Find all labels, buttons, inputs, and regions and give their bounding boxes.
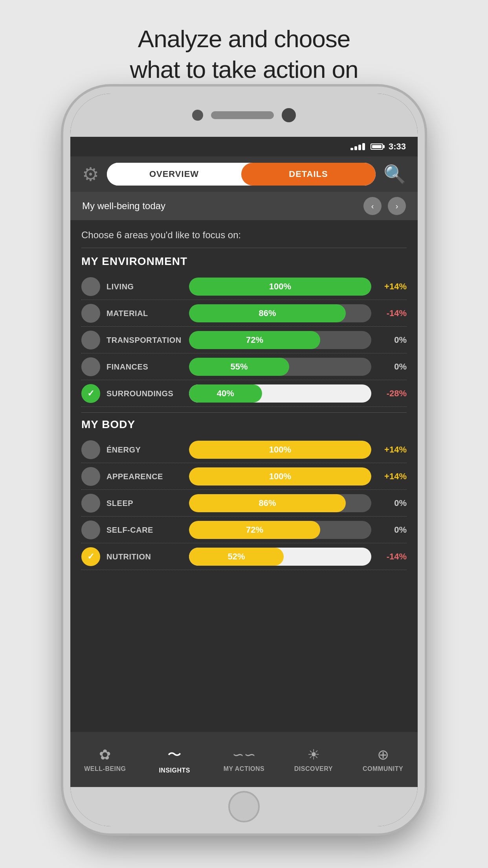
signal-bar-3 [358, 145, 361, 150]
change-value: 0% [375, 525, 407, 535]
nav-item-insights[interactable]: 〜INSIGHTS [140, 745, 209, 774]
divider-2 [81, 412, 407, 413]
battery-icon [371, 143, 383, 150]
row-label: APPEARENCE [106, 472, 185, 481]
nav-icon-2: ∽∽ [232, 747, 256, 763]
section1-title: MY ENVIRONMENT [81, 255, 407, 268]
sensor [282, 108, 296, 122]
circle-toggle[interactable]: ✓ [81, 547, 100, 566]
row-label: MATERIAL [106, 309, 185, 318]
bar-track: 55% [189, 358, 371, 376]
nav-item-community[interactable]: ⊕COMMUNITY [348, 747, 418, 772]
bar-pct-label: 52% [228, 552, 245, 562]
bar-pct-label: 86% [259, 498, 276, 508]
section2-rows: ÉNERGY100%+14%APPEARENCE100%+14%SLEEP86%… [81, 436, 407, 570]
circle-toggle[interactable] [81, 467, 100, 486]
row-item[interactable]: SLEEP86%0% [81, 490, 407, 517]
row-item[interactable]: FINANCES55%0% [81, 353, 407, 380]
view-toggle[interactable]: OVERVIEW DETAILS [107, 163, 376, 186]
wellbeing-bar: My well-being today ‹ › [70, 192, 418, 220]
speaker [211, 111, 274, 119]
signal-bar-1 [350, 148, 353, 150]
phone-screen: 3:33 ⚙ OVERVIEW DETAILS 🔍 My well-being … [70, 137, 418, 787]
nav-icon-4: ⊕ [377, 747, 389, 763]
row-label: SELF-CARE [106, 526, 185, 535]
circle-toggle[interactable] [81, 440, 100, 459]
settings-icon[interactable]: ⚙ [82, 163, 99, 185]
bar-fill: 72% [189, 521, 320, 539]
row-item[interactable]: TRANSPORTATION72%0% [81, 327, 407, 353]
nav-icon-1: 〜 [167, 745, 182, 765]
phone-top-bar [70, 94, 418, 137]
section2-title: MY BODY [81, 418, 407, 431]
bar-pct-label: 40% [217, 388, 234, 399]
row-label: ÉNERGY [106, 445, 185, 454]
row-label: LIVING [106, 282, 185, 291]
change-value: 0% [375, 362, 407, 372]
circle-toggle[interactable] [81, 357, 100, 376]
row-item[interactable]: ÉNERGY100%+14% [81, 436, 407, 463]
nav-label-3: DISCOVERY [294, 765, 333, 772]
bar-fill: 100% [189, 467, 371, 485]
change-value: -14% [375, 308, 407, 318]
next-arrow[interactable]: › [388, 197, 406, 215]
change-value: +14% [375, 445, 407, 455]
bar-pct-label: 100% [269, 281, 291, 292]
status-time: 3:33 [389, 142, 406, 152]
row-item[interactable]: ✓SURROUNDINGS40%-28% [81, 380, 407, 407]
prev-arrow[interactable]: ‹ [363, 197, 382, 215]
row-item[interactable]: APPEARENCE100%+14% [81, 463, 407, 490]
content-area: Choose 6 areas you'd like to focus on: M… [70, 220, 418, 732]
signal-bars [350, 143, 365, 150]
bar-fill: 55% [189, 358, 289, 376]
checkmark-icon: ✓ [87, 552, 94, 562]
battery-fill [372, 145, 382, 148]
circle-toggle[interactable] [81, 277, 100, 296]
circle-toggle[interactable]: ✓ [81, 384, 100, 403]
bar-fill: 40% [189, 384, 262, 403]
row-label: SURROUNDINGS [106, 389, 185, 398]
bar-track: 52% [189, 548, 371, 566]
bar-fill: 52% [189, 548, 284, 566]
bar-fill: 86% [189, 494, 346, 512]
row-item[interactable]: ✓NUTRITION52%-14% [81, 543, 407, 570]
top-heading: Analyze and choose what to take action o… [0, 0, 488, 85]
row-item[interactable]: MATERIAL86%-14% [81, 300, 407, 327]
change-value: -28% [375, 388, 407, 399]
circle-toggle[interactable] [81, 520, 100, 539]
row-label: FINANCES [106, 362, 185, 371]
circle-toggle[interactable] [81, 331, 100, 349]
status-bar: 3:33 [70, 137, 418, 156]
bar-fill: 100% [189, 441, 371, 459]
bar-track: 86% [189, 304, 371, 322]
bar-pct-label: 100% [269, 471, 291, 482]
row-item[interactable]: SELF-CARE72%0% [81, 517, 407, 543]
nav-item-discovery[interactable]: ☀DISCOVERY [279, 747, 348, 772]
circle-toggle[interactable] [81, 494, 100, 513]
row-label: SLEEP [106, 499, 185, 508]
details-button[interactable]: DETAILS [241, 163, 376, 186]
search-icon[interactable]: 🔍 [383, 164, 406, 185]
bottom-nav: ✿WELL-BEING〜INSIGHTS∽∽MY ACTIONS☀DISCOVE… [70, 732, 418, 787]
row-label: NUTRITION [106, 552, 185, 561]
bar-pct-label: 86% [259, 308, 276, 318]
row-item[interactable]: LIVING100%+14% [81, 273, 407, 300]
bar-track: 72% [189, 331, 371, 349]
nav-item-well-being[interactable]: ✿WELL-BEING [70, 747, 140, 772]
change-value: +14% [375, 471, 407, 482]
bar-pct-label: 55% [231, 362, 248, 372]
nav-icon-3: ☀ [307, 747, 320, 763]
wellbeing-title: My well-being today [82, 200, 357, 211]
bar-fill: 86% [189, 304, 346, 322]
signal-bar-4 [362, 143, 365, 150]
bar-pct-label: 72% [246, 525, 263, 535]
home-button[interactable] [228, 791, 260, 822]
change-value: 0% [375, 498, 407, 508]
signal-bar-2 [354, 146, 357, 150]
bar-track: 100% [189, 467, 371, 485]
circle-toggle[interactable] [81, 304, 100, 323]
overview-button[interactable]: OVERVIEW [107, 163, 241, 186]
bar-pct-label: 100% [269, 445, 291, 455]
nav-item-my-actions[interactable]: ∽∽MY ACTIONS [209, 747, 279, 772]
nav-label-2: MY ACTIONS [224, 765, 265, 772]
